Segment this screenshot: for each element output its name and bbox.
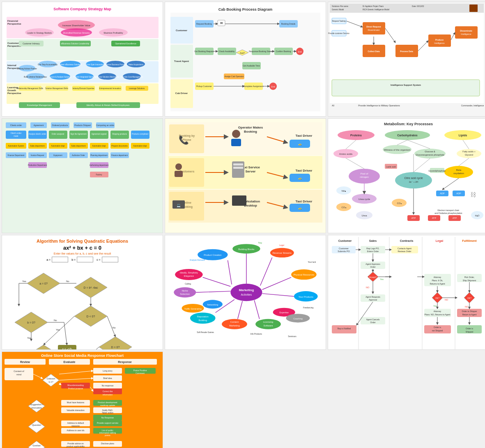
- svg-text:Effective Solution Alternative: Effective Solution Alternatives: [95, 76, 120, 78]
- svg-text:Valuable interaction: Valuable interaction: [67, 409, 85, 411]
- svg-text:Confirm Booking: Confirm Booking: [276, 50, 291, 53]
- order-fulfillment-card: Customer Sales Contracts Legal Fulfillme…: [328, 235, 485, 350]
- svg-text:Commander, Intelligence: Commander, Intelligence: [461, 104, 484, 107]
- svg-text:Request Booking: Request Booking: [196, 23, 212, 25]
- svg-text:Yes: Yes: [380, 278, 384, 280]
- svg-text:Identify, Attract & Retain Ski: Identify, Attract & Retain Skilled Emplo…: [86, 104, 129, 106]
- svg-text:Authorize Order: Authorize Order: [72, 154, 85, 156]
- svg-text:information: information: [103, 393, 113, 396]
- svg-text:Provide Integrated Solutions: Provide Integrated Solutions: [73, 76, 96, 78]
- svg-text:Disseminator: Disseminator: [368, 29, 380, 31]
- svg-text:Lifelong Advisor Partner: Lifelong Advisor Partner: [17, 68, 37, 70]
- svg-text:Intelligence: Intelligence: [434, 42, 445, 44]
- svg-text:Sign the Agreement: Sign the Agreement: [70, 133, 87, 135]
- svg-text:Sales department: Sales department: [71, 145, 86, 147]
- svg-text:Automation System: Automation System: [8, 145, 24, 147]
- svg-text:NO: NO: [366, 286, 370, 289]
- a-input[interactable]: [52, 257, 68, 262]
- svg-rect-151: [6, 131, 26, 139]
- quadratic-card: Algorithm for Solving Quadratic Equation…: [2, 235, 163, 350]
- svg-text:Entrepreneurial Innovation: Entrepreneurial Innovation: [99, 87, 121, 90]
- metabolism-svg: Proteins Carbohydrates Lipids Amino acid…: [331, 127, 485, 230]
- svg-text:Direct Request: Direct Request: [366, 25, 381, 28]
- svg-text:ADP: ADP: [456, 192, 461, 195]
- svg-text:Elegance: Elegance: [184, 275, 194, 277]
- svg-text:Suggestion /: Suggestion /: [30, 403, 43, 406]
- svg-text:Dr Appleton Project Team: Dr Appleton Project Team: [363, 5, 384, 7]
- quadratic-inputs: a = b = c =: [46, 257, 118, 262]
- svg-text:Intelligence: Intelligence: [461, 33, 471, 35]
- svg-text:Legal: Legal: [436, 239, 443, 243]
- svg-text:Order is: Order is: [434, 326, 441, 329]
- svg-text:Pickup Customer: Pickup Customer: [196, 85, 212, 87]
- svg-text:Fulfillment: Fulfillment: [462, 239, 477, 242]
- svg-rect-112: [469, 5, 478, 12]
- svg-line-293: [407, 140, 430, 149]
- svg-text:No: No: [113, 326, 116, 329]
- svg-text:OK?: OK?: [467, 297, 471, 299]
- svg-text:Question: Question: [32, 424, 41, 426]
- svg-text:💻: 💻: [177, 203, 181, 207]
- c-input[interactable]: [102, 257, 118, 262]
- svg-text:Electron transport chain: Electron transport chain: [438, 209, 460, 211]
- svg-text:Product Creation: Product Creation: [204, 254, 221, 256]
- svg-text:Provide customer Service: Provide customer Service: [328, 32, 349, 34]
- svg-text:Expertise: Expertise: [280, 311, 289, 314]
- svg-text:Assign Cab Operator: Assign Cab Operator: [225, 75, 244, 78]
- svg-text:🚕: 🚕: [298, 176, 302, 180]
- svg-text:Submits PO: Submits PO: [338, 250, 350, 253]
- svg-text:Lipids: Lipids: [459, 134, 467, 137]
- svg-text:roadmap update: roadmap update: [100, 404, 115, 407]
- svg-text:Gluconeogenesis phosphate: Gluconeogenesis phosphate: [416, 154, 444, 156]
- svg-text:Address to user ids: Address to user ids: [67, 429, 85, 432]
- svg-line-558: [59, 384, 61, 385]
- svg-text:🚕: 🚕: [298, 206, 302, 210]
- svg-text:Shipped: Shipped: [466, 331, 474, 333]
- marketing-svg: Marketing Activities Product Creation Bu…: [168, 235, 322, 349]
- svg-text:Perspective: Perspective: [7, 23, 21, 25]
- svg-line-370: [262, 277, 291, 289]
- svg-text:Server: Server: [246, 170, 256, 173]
- order-process-svg: Clients order Agreement Ordered products…: [4, 120, 158, 227]
- svg-text:Finance department: Finance department: [111, 154, 128, 156]
- svg-text:Invoice Request: Invoice Request: [31, 154, 44, 156]
- a-label: a =: [46, 258, 51, 261]
- svg-marker-496: [43, 374, 59, 386]
- online-store-svg: Review Evaluate Response Content of mind…: [4, 359, 158, 448]
- strategy-map-card: Software Company Strategy Map Financial …: [2, 2, 163, 117]
- metabolism-card: Metabolism: Key Processes Proteins Carbo…: [328, 118, 485, 233]
- cab-booking-card: Cab Booking Process Diagram Customer Tra…: [165, 2, 326, 117]
- svg-text:Marketing: Marketing: [239, 288, 254, 292]
- svg-text:Proteins: Proteins: [350, 134, 362, 137]
- svg-text:Brief idea: Brief idea: [103, 377, 112, 379]
- b-input[interactable]: [77, 257, 93, 262]
- svg-text:Contacts Agent: Contacts Agent: [398, 247, 412, 250]
- svg-text:Ship Shipment: Ship Shipment: [463, 279, 476, 282]
- svg-text:Solution Management Skills: Solution Management Skills: [45, 87, 68, 90]
- svg-rect-106: [330, 4, 484, 13]
- svg-line-298: [459, 158, 469, 166]
- svg-text:Nag: Nag: [258, 242, 262, 244]
- svg-marker-511: [28, 400, 45, 412]
- svg-text:D = 0?: D = 0?: [111, 346, 120, 349]
- svg-text:Response Booking Status: Response Booking Status: [249, 50, 273, 53]
- svg-text:Automation dept: Automation dept: [92, 145, 106, 147]
- svg-text:Avail?: Avail?: [240, 52, 245, 54]
- svg-text:Review: Review: [20, 361, 30, 363]
- svg-text:Your Products: Your Products: [299, 296, 313, 298]
- svg-text:Yes: Yes: [433, 305, 437, 307]
- svg-rect-136: [332, 80, 480, 96]
- svg-text:Relationship Management Skills: Relationship Management Skills: [16, 87, 43, 90]
- svg-text:Yes: Yes: [22, 280, 26, 283]
- svg-rect-224: [233, 167, 243, 169]
- svg-text:Yes: Yes: [56, 329, 60, 331]
- svg-text:made: made: [14, 135, 18, 137]
- svg-text:Order analyzed: Order analyzed: [52, 133, 64, 135]
- quadratic-subtitle: Enter the values for a, b, c and see the…: [54, 252, 111, 255]
- svg-text:Order: Order: [370, 321, 376, 324]
- svg-text:Reputation: Reputation: [197, 315, 209, 318]
- quadratic-formula: ax² + bx + c = 0: [63, 245, 101, 251]
- svg-text:Contracts: Contracts: [400, 239, 414, 242]
- svg-text:Agreement: Agreement: [34, 124, 44, 126]
- svg-text:Products Shipped: Products Shipped: [74, 124, 91, 126]
